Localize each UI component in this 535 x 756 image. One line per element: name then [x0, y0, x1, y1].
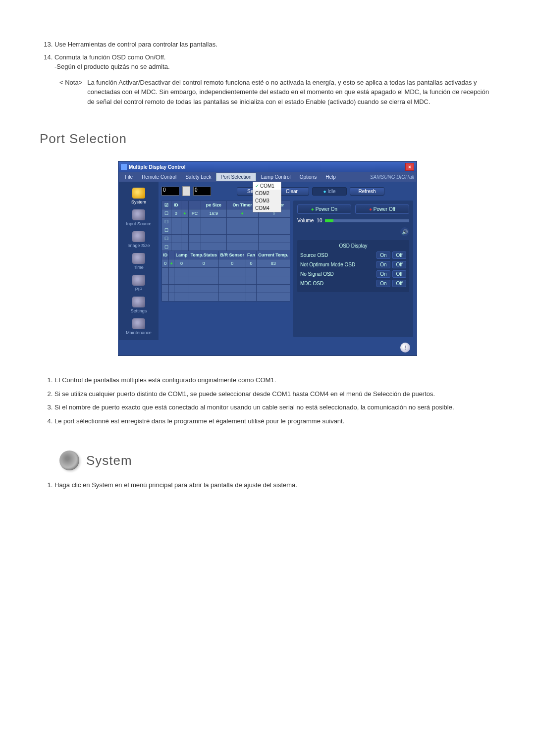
port-selection-list: El Control de pantallas múltiples está c…	[40, 375, 495, 426]
settings-icon	[132, 297, 145, 307]
col2-lamp: Lamp	[174, 251, 189, 259]
cell2-fan: 0	[246, 259, 257, 268]
sidebar-item-system[interactable]: System	[119, 185, 159, 206]
menu-file[interactable]: File	[121, 173, 137, 181]
speaker-icon[interactable]: 🔊	[400, 227, 409, 236]
sidebar-item-label: System	[131, 200, 146, 204]
sidebar-item-maintenance[interactable]: Maintenance	[119, 315, 159, 337]
id-start-dropdown[interactable]	[182, 186, 190, 196]
maintenance-icon	[132, 318, 145, 329]
port-list-item-1: El Control de pantallas múltiples está c…	[54, 375, 495, 385]
col2-fan: Fan	[246, 251, 257, 259]
sidebar-item-label: Settings	[131, 308, 147, 313]
osd-panel: OSD Display Source OSD On Off Not Optimu…	[297, 240, 409, 292]
sidebar: System Input Source Image Size Time PIP	[119, 182, 159, 340]
list-item-14-line1: Conmuta la función OSD como On/Off.	[54, 53, 165, 61]
power-off-button[interactable]: Power Off	[355, 204, 409, 214]
menu-port-selection[interactable]: Port Selection	[216, 173, 256, 181]
heading-port-selection: Port Selection	[40, 131, 495, 147]
osd-row-no-signal: No Signal OSD	[300, 271, 374, 277]
pip-icon	[132, 275, 145, 286]
osd-on-button[interactable]: On	[376, 270, 390, 278]
nota-block: < Nota> La función Activar/Desactivar de…	[59, 78, 495, 107]
status-bar: !	[119, 340, 416, 355]
col2-temp: Temp.Status	[189, 251, 218, 259]
port-option-com3[interactable]: COM3	[253, 197, 281, 204]
heading-system: System	[86, 453, 132, 468]
cell2-status: ●	[169, 259, 174, 268]
sidebar-item-label: Time	[134, 265, 144, 270]
volume-label: Volume	[297, 218, 314, 223]
input-icon	[132, 209, 145, 220]
col2-br: B/R Sensor	[218, 251, 246, 259]
sidebar-item-image-size[interactable]: Image Size	[119, 228, 159, 250]
close-icon[interactable]: ×	[405, 163, 414, 171]
col-check: ☑	[162, 201, 171, 209]
cell2-id: 0	[162, 259, 169, 268]
system-heading-icon	[59, 451, 79, 470]
image-icon	[132, 231, 145, 242]
port-list-item-4: Le port sélectionné est enregistré dans …	[54, 416, 495, 426]
sidebar-item-label: PIP	[135, 287, 143, 292]
system-icon	[132, 188, 145, 199]
menu-safety-lock[interactable]: Safety Lock	[181, 173, 215, 181]
osd-off-button[interactable]: Off	[392, 280, 406, 287]
power-on-button[interactable]: Power On	[297, 204, 351, 214]
col-source	[188, 201, 201, 209]
port-option-com2[interactable]: COM2	[253, 190, 281, 197]
control-panel: Power On Power Off Volume 10 🔊 OSD D	[293, 201, 413, 337]
window-title: Multiple Display Control	[129, 164, 185, 170]
idle-indicator: Idle	[312, 187, 347, 196]
osd-off-button[interactable]: Off	[392, 270, 406, 278]
mdc-app-window: Multiple Display Control × File Remote C…	[118, 161, 417, 355]
id-start-input[interactable]: 0	[161, 187, 179, 196]
sidebar-item-time[interactable]: Time	[119, 250, 159, 272]
brand-label: SAMSUNG DIGITall	[370, 174, 414, 180]
osd-title: OSD Display	[300, 243, 406, 249]
menu-lamp-control[interactable]: Lamp Control	[257, 173, 295, 181]
id-end-input[interactable]: 0	[193, 187, 211, 196]
list-item-13: Use Herramientas de control para control…	[54, 40, 495, 50]
osd-on-button[interactable]: On	[376, 280, 390, 287]
osd-off-button[interactable]: Off	[392, 261, 406, 268]
sidebar-item-input-source[interactable]: Input Source	[119, 206, 159, 228]
port-option-com4[interactable]: COM4	[253, 204, 281, 212]
osd-on-button[interactable]: On	[376, 252, 390, 259]
refresh-button[interactable]: Refresh	[350, 187, 384, 196]
sidebar-item-pip[interactable]: PIP	[119, 272, 159, 294]
system-list: Haga clic en System en el menú principal…	[40, 480, 495, 490]
sidebar-item-label: Maintenance	[126, 330, 152, 335]
cell2-lamp: 0	[174, 259, 189, 268]
list-item-14-line2: -Según el producto quizás no se admita.	[54, 63, 170, 70]
cell-status: ●	[181, 209, 188, 218]
col2-ctemp: Current Temp.	[257, 251, 290, 259]
table-row[interactable]: 0 ● 0 0 0 0 83	[162, 259, 290, 268]
menu-remote-control[interactable]: Remote Control	[138, 173, 180, 181]
cell-source: PC	[188, 209, 201, 218]
upper-instruction-list: Use Herramientas de control para control…	[40, 40, 495, 72]
sidebar-item-label: Image Size	[127, 243, 150, 248]
col-size: pe Size	[201, 201, 226, 209]
port-option-com1[interactable]: COM1	[253, 182, 281, 190]
system-list-item-1: Haga clic en System en el menú principal…	[54, 480, 495, 490]
port-list-item-2: Si se utiliza cualquier puerto distinto …	[54, 389, 495, 399]
nota-label: < Nota>	[59, 78, 82, 107]
col2-id: ID	[162, 251, 169, 259]
sidebar-item-settings[interactable]: Settings	[119, 294, 159, 315]
col-status	[181, 201, 188, 209]
cell-size: 16:9	[201, 209, 226, 218]
osd-on-button[interactable]: On	[376, 261, 390, 268]
osd-row-mdc: MDC OSD	[300, 281, 374, 286]
osd-row-source: Source OSD	[300, 252, 374, 258]
menu-help[interactable]: Help	[321, 173, 340, 181]
time-icon	[132, 253, 145, 264]
app-icon	[121, 164, 127, 170]
heading-system-row: System	[59, 451, 495, 470]
col2-status	[169, 251, 174, 259]
volume-slider[interactable]	[325, 219, 409, 222]
cell2-ctemp: 83	[257, 259, 290, 268]
menu-options[interactable]: Options	[296, 173, 321, 181]
port-dropdown[interactable]: COM1 COM2 COM3 COM4	[253, 182, 281, 212]
osd-off-button[interactable]: Off	[392, 252, 406, 259]
cell2-tempst: 0	[189, 259, 218, 268]
